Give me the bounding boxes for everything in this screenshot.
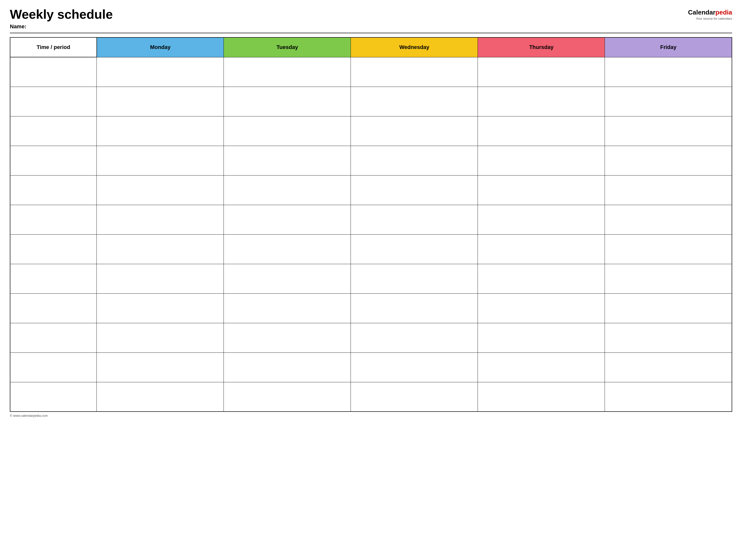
time-cell[interactable] [10, 87, 97, 116]
day-cell[interactable] [224, 57, 351, 87]
day-cell[interactable] [478, 323, 605, 352]
time-cell[interactable] [10, 175, 97, 205]
day-cell[interactable] [478, 57, 605, 87]
schedule-table: Time / period Monday Tuesday Wednesday T… [10, 37, 732, 412]
table-row [10, 234, 732, 264]
time-cell[interactable] [10, 352, 97, 382]
day-cell[interactable] [478, 234, 605, 264]
page-header: Weekly schedule Name: Calendarpedia Your… [10, 7, 732, 30]
day-cell[interactable] [351, 352, 478, 382]
header-tuesday: Tuesday [224, 38, 351, 57]
day-cell[interactable] [478, 264, 605, 293]
day-cell[interactable] [478, 293, 605, 323]
day-cell[interactable] [224, 146, 351, 175]
day-cell[interactable] [605, 323, 732, 352]
logo-pedia: pedia [716, 9, 732, 16]
logo-text: Calendarpedia [688, 9, 732, 16]
day-cell[interactable] [224, 323, 351, 352]
logo-tagline: Your source for calendars [696, 17, 732, 20]
day-cell[interactable] [478, 382, 605, 411]
day-cell[interactable] [351, 323, 478, 352]
day-cell[interactable] [224, 175, 351, 205]
name-label: Name: [10, 23, 113, 30]
time-cell[interactable] [10, 323, 97, 352]
day-cell[interactable] [97, 87, 224, 116]
table-header-row: Time / period Monday Tuesday Wednesday T… [10, 38, 732, 57]
header-divider [10, 33, 732, 33]
day-cell[interactable] [478, 146, 605, 175]
table-row [10, 382, 732, 411]
day-cell[interactable] [97, 293, 224, 323]
day-cell[interactable] [605, 264, 732, 293]
header-wednesday: Wednesday [351, 38, 478, 57]
day-cell[interactable] [224, 382, 351, 411]
day-cell[interactable] [605, 382, 732, 411]
day-cell[interactable] [97, 146, 224, 175]
day-cell[interactable] [224, 87, 351, 116]
table-row [10, 293, 732, 323]
table-row [10, 175, 732, 205]
time-cell[interactable] [10, 234, 97, 264]
logo-section: Calendarpedia Your source for calendars [688, 7, 732, 20]
day-cell[interactable] [351, 382, 478, 411]
day-cell[interactable] [605, 87, 732, 116]
footer-text: © www.calendarpedia.com [10, 414, 48, 417]
day-cell[interactable] [351, 57, 478, 87]
day-cell[interactable] [97, 234, 224, 264]
table-row [10, 352, 732, 382]
time-cell[interactable] [10, 116, 97, 146]
time-cell[interactable] [10, 146, 97, 175]
day-cell[interactable] [97, 175, 224, 205]
day-cell[interactable] [351, 293, 478, 323]
day-cell[interactable] [224, 352, 351, 382]
day-cell[interactable] [97, 205, 224, 234]
day-cell[interactable] [478, 175, 605, 205]
day-cell[interactable] [97, 382, 224, 411]
time-cell[interactable] [10, 205, 97, 234]
table-row [10, 57, 732, 87]
time-cell[interactable] [10, 293, 97, 323]
day-cell[interactable] [605, 175, 732, 205]
day-cell[interactable] [605, 293, 732, 323]
day-cell[interactable] [224, 234, 351, 264]
day-cell[interactable] [605, 146, 732, 175]
header-thursday: Thursday [478, 38, 605, 57]
day-cell[interactable] [605, 116, 732, 146]
day-cell[interactable] [478, 116, 605, 146]
day-cell[interactable] [351, 87, 478, 116]
table-row [10, 146, 732, 175]
day-cell[interactable] [97, 57, 224, 87]
day-cell[interactable] [351, 116, 478, 146]
day-cell[interactable] [97, 264, 224, 293]
day-cell[interactable] [605, 205, 732, 234]
day-cell[interactable] [351, 205, 478, 234]
day-cell[interactable] [97, 352, 224, 382]
day-cell[interactable] [478, 352, 605, 382]
day-cell[interactable] [224, 293, 351, 323]
day-cell[interactable] [351, 146, 478, 175]
day-cell[interactable] [605, 234, 732, 264]
day-cell[interactable] [351, 264, 478, 293]
day-cell[interactable] [97, 116, 224, 146]
table-row [10, 205, 732, 234]
day-cell[interactable] [224, 264, 351, 293]
day-cell[interactable] [97, 323, 224, 352]
header-friday: Friday [605, 38, 732, 57]
day-cell[interactable] [478, 205, 605, 234]
header-monday: Monday [97, 38, 224, 57]
logo-calendar: Calendar [688, 9, 716, 16]
day-cell[interactable] [605, 352, 732, 382]
day-cell[interactable] [224, 205, 351, 234]
day-cell[interactable] [478, 87, 605, 116]
time-cell[interactable] [10, 57, 97, 87]
time-cell[interactable] [10, 382, 97, 411]
day-cell[interactable] [605, 57, 732, 87]
day-cell[interactable] [351, 175, 478, 205]
time-cell[interactable] [10, 264, 97, 293]
day-cell[interactable] [351, 234, 478, 264]
day-cell[interactable] [224, 116, 351, 146]
table-row [10, 323, 732, 352]
table-row [10, 116, 732, 146]
header-time: Time / period [10, 38, 97, 57]
table-row [10, 87, 732, 116]
